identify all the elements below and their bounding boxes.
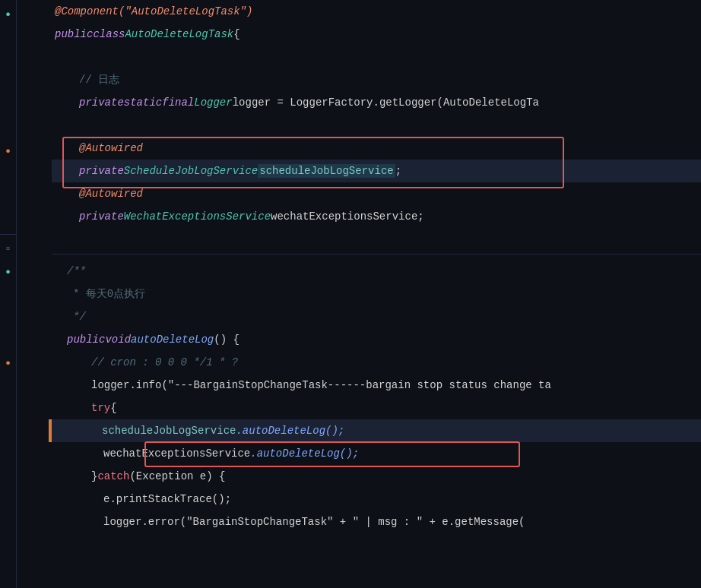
- sidebar-dot-5: [3, 117, 14, 140]
- code-line-21-content: } catch (Exception e) {: [52, 465, 701, 488]
- code-line-10: private WechatExceptionsService wechatEx…: [52, 205, 701, 228]
- code-line-6: [52, 114, 701, 137]
- code-line-7-content: @Autowired: [52, 137, 701, 160]
- line-number-1: [17, 0, 41, 23]
- kw-private-2: private: [79, 165, 124, 177]
- classname-logger: Logger: [194, 96, 232, 109]
- line-number-14: [17, 296, 41, 319]
- code-line-13-content: * 每天0点执行: [52, 283, 701, 305]
- code-line-3: [52, 46, 701, 68]
- code-line-6-content: [52, 114, 701, 137]
- line-number-20: [17, 433, 41, 456]
- sidebar-dot-14: [3, 420, 14, 443]
- sidebar-dot-6: [3, 163, 14, 185]
- annotation-component: @Component("AutoDeleteLogTask"): [55, 5, 252, 17]
- kw-static: static: [124, 96, 162, 109]
- kw-void: void: [105, 334, 131, 346]
- method-autodelete-call: .autoDeleteLog();: [236, 425, 344, 437]
- sidebar-dot-11: [3, 329, 14, 352]
- code-line-16: // cron : 0 0 0 */1 * ?: [52, 351, 701, 374]
- semicolon-1: ;: [395, 165, 401, 177]
- lines-container: @Component("AutoDeleteLogTask") public c…: [17, 0, 701, 588]
- main-layout: ● ● ≡ ● ●: [0, 0, 701, 588]
- line-number-5: [17, 91, 41, 114]
- line-number-4: [17, 68, 41, 91]
- code-line-23: logger.error("BargainStopChangeTask" + "…: [52, 511, 701, 533]
- code-line-2-content: public class AutoDeleteLogTask {: [52, 23, 701, 46]
- sidebar-dot-8: [3, 208, 14, 231]
- code-line-14-content: */: [52, 305, 701, 328]
- method-wechat-autodelete: .autoDeleteLog();: [250, 447, 359, 460]
- code-line-1-content: @Component("AutoDeleteLogTask"): [52, 0, 701, 23]
- sidebar-dot-orange: ●: [3, 140, 14, 163]
- classname-schedulejoblog: ScheduleJobLogService: [124, 165, 258, 177]
- wechat-service-call: wechatExceptionsService: [103, 447, 250, 460]
- classname-autodelete: AutoDeleteLogTask: [125, 28, 233, 40]
- code-line-20-content: wechatExceptionsService .autoDeleteLog()…: [52, 442, 701, 465]
- line-numbers-column: [17, 0, 46, 588]
- code-line-8: private ScheduleJobLogService scheduleJo…: [52, 160, 701, 182]
- code-line-20: wechatExceptionsService .autoDeleteLog()…: [52, 442, 701, 465]
- var-wechat: wechatExceptionsService;: [271, 210, 424, 223]
- kw-public-2: public: [67, 334, 105, 346]
- sidebar-dot-12: [3, 375, 14, 397]
- code-line-18-content: try {: [52, 397, 701, 419]
- sidebar-dot-2: [3, 49, 14, 71]
- line-number-13: [17, 273, 41, 296]
- code-line-5: private static final Logger logger = Log…: [52, 91, 701, 114]
- code-line-16-content: // cron : 0 0 0 */1 * ?: [52, 351, 701, 374]
- sidebar-dot-green: ●: [3, 3, 14, 26]
- method-parens: () {: [214, 334, 239, 346]
- code-content: @Component("AutoDeleteLogTask") public c…: [46, 0, 701, 588]
- code-line-7: @Autowired: [52, 137, 701, 160]
- sidebar-dot-orange2: ●: [3, 352, 14, 375]
- code-line-17-content: logger.info("---BargainStopChangeTask---…: [52, 374, 701, 397]
- line-number-3: [17, 46, 41, 68]
- catch-params: (Exception e) {: [129, 470, 225, 482]
- line-number-7: [17, 137, 41, 160]
- keyword-public: public: [55, 28, 93, 40]
- var-schedulejoblogservice: scheduleJobLogService: [258, 164, 395, 178]
- code-line-21: } catch (Exception e) {: [52, 465, 701, 488]
- code-line-14: */: [52, 305, 701, 328]
- kw-private-1: private: [79, 96, 124, 109]
- sidebar-dot-7: [3, 185, 14, 208]
- kw-try: try: [91, 402, 110, 414]
- keyword-class: class: [93, 28, 125, 40]
- annotation-autowired-1: @Autowired: [79, 142, 143, 154]
- code-line-15-content: public void autoDeleteLog () {: [52, 328, 701, 351]
- service-call-schedule: scheduleJobLogService: [102, 425, 236, 437]
- logger-info: logger.info("---BargainStopChangeTask---…: [91, 379, 551, 391]
- sidebar-dot-4: [3, 94, 14, 117]
- code-line-12: /**: [52, 260, 701, 283]
- code-line-9: @Autowired: [52, 182, 701, 205]
- line-number-6: [17, 114, 41, 137]
- kw-final: final: [162, 96, 194, 109]
- line-number-22: [17, 479, 41, 501]
- brace-open: {: [233, 28, 239, 40]
- code-line-22: e.printStackTrace();: [52, 488, 701, 511]
- sidebar-dot-9: [3, 283, 14, 306]
- try-brace: {: [110, 402, 116, 414]
- line-number-16: [17, 342, 41, 365]
- line-number-9: [17, 182, 41, 205]
- code-line-8-content: private ScheduleJobLogService scheduleJo…: [52, 160, 701, 182]
- sidebar-dot-divider: [0, 234, 16, 235]
- code-line-1: @Component("AutoDeleteLogTask"): [52, 0, 701, 23]
- comment-cron: // cron : 0 0 0 */1 * ?: [91, 356, 238, 368]
- left-sidebar: ● ● ≡ ● ●: [0, 0, 17, 588]
- line-number-18: [17, 387, 41, 410]
- logger-assign: logger = LoggerFactory.getLogger(AutoDel…: [233, 96, 539, 109]
- line-number-15: [17, 319, 41, 342]
- code-line-23-content: logger.error("BargainStopChangeTask" + "…: [52, 511, 701, 533]
- annotation-autowired-2: @Autowired: [79, 188, 143, 200]
- code-line-12-content: /**: [52, 260, 701, 283]
- code-line-18: try {: [52, 397, 701, 419]
- code-line-22-content: e.printStackTrace();: [52, 488, 701, 511]
- code-line-5-content: private static final Logger logger = Log…: [52, 91, 701, 114]
- close-brace-try: }: [91, 470, 97, 482]
- line-number-12: [17, 251, 41, 273]
- code-line-19: scheduleJobLogService .autoDeleteLog();: [52, 419, 701, 442]
- code-line-divider: [52, 254, 701, 254]
- sidebar-dot-10: [3, 306, 14, 329]
